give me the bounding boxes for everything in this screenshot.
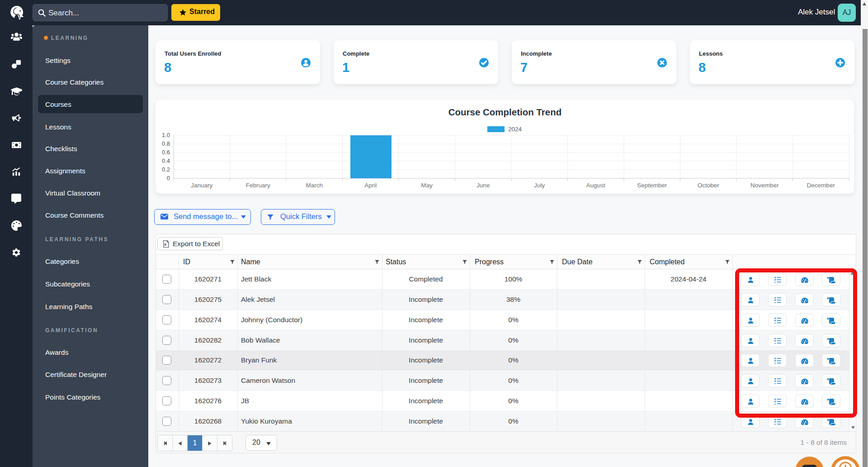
svg-text:0.8: 0.8 xyxy=(162,140,170,147)
svg-text:July: July xyxy=(534,182,545,189)
svg-text:0.6: 0.6 xyxy=(162,149,170,156)
svg-text:May: May xyxy=(421,182,433,189)
svg-text:June: June xyxy=(476,182,490,189)
svg-text:August: August xyxy=(586,182,605,189)
svg-text:2024: 2024 xyxy=(508,126,522,133)
svg-text:December: December xyxy=(807,182,835,189)
svg-text:February: February xyxy=(246,182,270,189)
svg-text:September: September xyxy=(637,182,667,189)
svg-text:April: April xyxy=(364,182,377,189)
svg-text:November: November xyxy=(750,182,779,189)
svg-text:0.4: 0.4 xyxy=(162,157,170,164)
svg-text:0.2: 0.2 xyxy=(162,166,170,173)
svg-text:Course Completion Trend: Course Completion Trend xyxy=(448,107,562,117)
svg-text:0: 0 xyxy=(167,175,170,181)
svg-text:October: October xyxy=(698,182,720,189)
svg-text:x: x xyxy=(164,242,166,247)
svg-text:January: January xyxy=(191,182,212,189)
svg-text:March: March xyxy=(306,182,323,189)
svg-text:1.0: 1.0 xyxy=(162,132,170,138)
